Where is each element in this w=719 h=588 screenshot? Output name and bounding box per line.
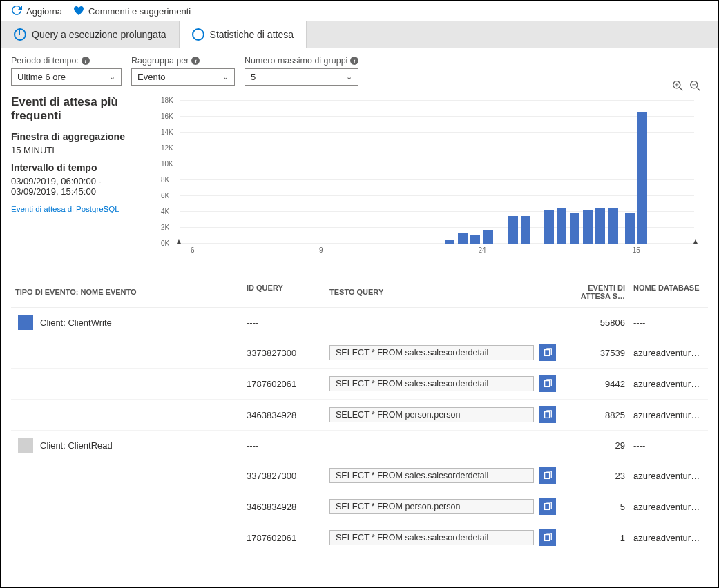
table-row[interactable]: 3373827300SELECT * FROM sales.salesorder… [11,460,708,491]
database-name: azureadventurewor… [629,502,708,512]
query-id: 3373827300 [242,348,325,358]
results-table: TIPO DI EVENTO: NOME EVENTO ID QUERY TES… [11,277,708,553]
copy-button[interactable] [539,344,556,361]
time-period-select[interactable]: Ultime 6 ore ⌄ [11,68,122,86]
clock-icon [192,28,204,41]
table-group-row[interactable]: Client: ClientWrite----55806---- [11,308,708,337]
chart-bar[interactable] [595,208,605,244]
x-tick: 24 [479,246,486,254]
table-row[interactable]: 1787602061SELECT * FROM sales.salesorder… [11,522,708,553]
query-text[interactable]: SELECT * FROM person.person [329,499,534,514]
id-cell: ---- [242,317,325,328]
group-by-select[interactable]: Evento ⌄ [131,68,235,86]
filters: Periodo di tempo: i Ultime 6 ore ⌄ Raggr… [1,48,718,88]
content: Eventi di attesa più frequenti Finestra … [1,88,718,256]
wait-count: 1 [560,533,629,543]
copy-button[interactable] [539,498,556,515]
range-handle-right[interactable]: ▲ [691,237,700,246]
refresh-label: Aggiorna [26,6,62,17]
refresh-button[interactable]: Aggiorna [11,6,62,17]
wait-events-chart[interactable]: 0K2K4K6K8K10K12K14K16K18K ▲ ▲ 692415 [160,101,708,256]
toolbar: Aggiorna Commenti e suggerimenti [1,1,718,21]
agg-window-value: 15 MINUTI [11,145,146,155]
tab-wait-statistics[interactable]: Statistiche di attesa [180,21,307,48]
table-row[interactable]: 3463834928SELECT * FROM person.person882… [11,400,708,431]
col-wait-events[interactable]: EVENTI DI ATTESA S… [560,284,629,300]
postgres-wait-events-link[interactable]: Eventi di attesa di PostgreSQL [11,205,146,213]
table-row[interactable]: 1787602061SELECT * FROM sales.salesorder… [11,369,708,400]
info-icon[interactable]: i [191,57,200,65]
query-text[interactable]: SELECT * FROM person.person [329,407,534,422]
id-cell: ---- [242,440,325,451]
chart-bar[interactable] [625,213,635,244]
filter-max-groups: Numero massimo di gruppi i 5 ⌄ [245,56,358,86]
chart-bar[interactable] [445,240,454,244]
chart-bar[interactable] [508,216,518,244]
copy-button[interactable] [539,467,556,484]
chart-bar[interactable] [557,208,566,244]
chart-bar[interactable] [521,216,530,244]
query-text[interactable]: SELECT * FROM sales.salesorderdetail [329,345,534,360]
wait-cell: 29 [560,440,629,451]
chart-bar[interactable] [458,233,468,244]
tab-long-running-queries[interactable]: Query a esecuzione prolungata [1,21,180,48]
col-query-id[interactable]: ID QUERY [242,284,325,300]
db-cell: ---- [629,317,708,328]
wait-count: 37539 [560,348,629,358]
side-panel: Eventi di attesa più frequenti Finestra … [11,95,146,256]
chart-bar[interactable] [583,210,593,244]
time-range-label: Intervallo di tempo [11,162,146,173]
x-tick: 9 [319,246,323,254]
chart-bar[interactable] [570,213,579,244]
copy-button[interactable] [539,375,556,392]
chart-bar[interactable] [544,210,554,244]
zoom-in-icon[interactable] [672,80,684,92]
copy-button[interactable] [539,529,556,546]
svg-rect-12 [545,535,550,541]
max-groups-label: Numero massimo di gruppi [245,56,347,66]
query-text[interactable]: SELECT * FROM sales.salesorderdetail [329,530,534,545]
filter-group-by: Raggruppa per i Evento ⌄ [131,56,235,86]
col-event-type[interactable]: TIPO DI EVENTO: NOME EVENTO [11,284,242,300]
col-query-text[interactable]: TESTO QUERY [325,284,560,300]
chart-area: 0K2K4K6K8K10K12K14K16K18K ▲ ▲ 692415 [160,95,708,256]
table-header: TIPO DI EVENTO: NOME EVENTO ID QUERY TES… [11,277,708,308]
query-text[interactable]: SELECT * FROM sales.salesorderdetail [329,468,534,483]
chart-bar[interactable] [483,230,493,244]
wait-count: 23 [560,471,629,481]
zoom-out-icon[interactable] [689,80,701,92]
range-handle-left[interactable]: ▲ [175,237,183,246]
database-name: azureadventurewor… [629,348,708,358]
query-id: 3373827300 [242,471,325,481]
db-cell: ---- [629,440,708,451]
chart-bar[interactable] [470,235,480,244]
wait-cell: 55806 [560,317,629,328]
svg-rect-9 [545,412,550,418]
max-groups-select[interactable]: 5 ⌄ [245,68,358,86]
database-name: azureadventurewor… [629,471,708,481]
info-icon[interactable]: i [82,57,90,65]
svg-rect-7 [545,350,550,356]
copy-button[interactable] [539,406,556,423]
chart-bar[interactable] [608,208,618,244]
info-icon[interactable]: i [350,57,358,65]
table-row[interactable]: 3463834928SELECT * FROM person.person5az… [11,491,708,522]
tabs: Query a esecuzione prolungata Statistich… [1,21,718,48]
event-name: Client: ClientRead [40,440,113,451]
database-name: azureadventurewor… [629,410,708,420]
feedback-button[interactable]: Commenti e suggerimenti [73,6,191,17]
agg-window-label: Finestra di aggregazione [11,131,146,142]
svg-rect-11 [545,504,550,510]
table-group-row[interactable]: Client: ClientRead----29---- [11,431,708,460]
svg-rect-8 [545,381,550,387]
col-database-name[interactable]: NOME DATABASE [629,284,708,300]
chart-bar[interactable] [637,112,647,244]
page-title: Eventi di attesa più frequenti [11,95,146,123]
database-name: azureadventurewor… [629,379,708,389]
table-row[interactable]: 3373827300SELECT * FROM sales.salesorder… [11,337,708,369]
time-period-label: Periodo di tempo: [11,56,79,66]
query-id: 3463834928 [242,410,325,420]
clock-icon [14,28,26,41]
feedback-label: Commenti e suggerimenti [88,6,191,17]
query-text[interactable]: SELECT * FROM sales.salesorderdetail [329,376,534,391]
